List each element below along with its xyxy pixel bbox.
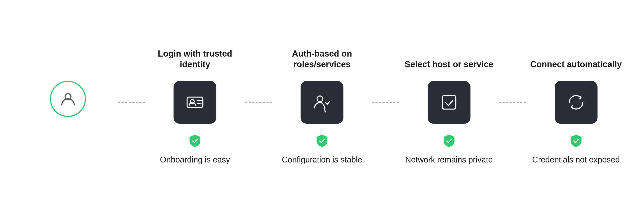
step-connect-label: Connect automatically xyxy=(530,45,622,70)
step-auth-label: Auth-based on roles/services xyxy=(272,45,372,70)
step-connect: Connect automatically Credentials not ex… xyxy=(526,45,626,165)
svg-point-5 xyxy=(317,96,323,102)
connect-icon-box xyxy=(555,81,598,124)
step-login: Login with trusted identity Onboarding i… xyxy=(145,45,245,165)
login-icon-box xyxy=(174,81,216,124)
shield-badge-2 xyxy=(315,134,329,149)
connector-2 xyxy=(245,81,272,124)
svg-rect-6 xyxy=(442,95,456,109)
benefit-connect: Credentials not exposed xyxy=(532,155,620,165)
connector-3 xyxy=(372,81,399,124)
step-select: Select host or service Network remains p… xyxy=(399,45,499,165)
connector-1 xyxy=(118,81,145,124)
benefit-login: Onboarding is easy xyxy=(160,155,230,165)
shield-badge-3 xyxy=(442,134,456,149)
select-icon-box xyxy=(428,81,470,124)
step-user xyxy=(18,45,118,147)
flow-diagram: Login with trusted identity Onboarding i… xyxy=(0,45,644,165)
benefit-auth: Configuration is stable xyxy=(282,155,362,165)
step-login-label: Login with trusted identity xyxy=(145,45,245,70)
shield-badge-4 xyxy=(569,134,583,149)
step-select-label: Select host or service xyxy=(404,45,493,70)
shield-badge-1 xyxy=(188,134,202,149)
user-icon xyxy=(50,81,86,117)
auth-icon-box xyxy=(300,81,344,124)
benefit-select: Network remains private xyxy=(405,155,493,165)
connector-4 xyxy=(499,81,526,124)
step-auth: Auth-based on roles/services Configurati… xyxy=(272,45,372,165)
